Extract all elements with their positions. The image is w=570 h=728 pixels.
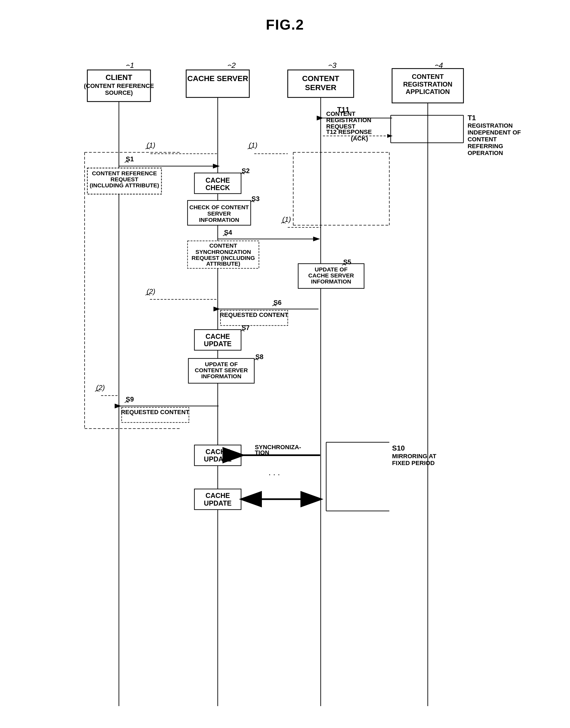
- svg-text:CACHE: CACHE: [206, 448, 230, 456]
- svg-text:CONTENT: CONTENT: [302, 74, 339, 83]
- svg-text:CONTENT: CONTENT: [326, 111, 355, 117]
- svg-text:UPDATE: UPDATE: [204, 499, 232, 507]
- svg-text:CACHE SERVER: CACHE SERVER: [187, 74, 248, 83]
- svg-text:CONTENT SERVER: CONTENT SERVER: [195, 367, 248, 373]
- svg-text:(CONTENT REFERENCE: (CONTENT REFERENCE: [84, 82, 154, 89]
- svg-text:MIRRORING AT: MIRRORING AT: [392, 453, 437, 460]
- svg-text:SERVER: SERVER: [208, 210, 231, 217]
- svg-text:REQUESTED CONTENT: REQUESTED CONTENT: [121, 409, 190, 415]
- svg-text:REFERRING: REFERRING: [468, 143, 503, 150]
- svg-text:SYNCHRONIZA-: SYNCHRONIZA-: [255, 444, 301, 450]
- svg-text:CACHE: CACHE: [206, 492, 230, 499]
- svg-text:REQUESTED CONTENT: REQUESTED CONTENT: [220, 312, 288, 318]
- svg-text:INFORMATION: INFORMATION: [311, 278, 351, 285]
- svg-text:(2): (2): [147, 287, 156, 296]
- svg-text:1: 1: [130, 61, 134, 69]
- svg-text:(1): (1): [147, 141, 156, 149]
- svg-text:SOURCE): SOURCE): [105, 89, 133, 96]
- svg-text:(2): (2): [96, 383, 105, 392]
- svg-text:CONTENT: CONTENT: [209, 242, 237, 249]
- svg-rect-111: [194, 489, 241, 510]
- svg-text:OPERATION: OPERATION: [468, 150, 503, 156]
- svg-text:TION: TION: [255, 449, 269, 456]
- svg-rect-18: [288, 70, 354, 97]
- svg-rect-12: [87, 70, 151, 101]
- svg-rect-80: [221, 310, 288, 325]
- svg-rect-82: [194, 330, 241, 350]
- svg-rect-71: [298, 264, 364, 289]
- svg-rect-104: [194, 445, 241, 466]
- svg-rect-86: [188, 359, 254, 383]
- svg-text:CACHE SERVER: CACHE SERVER: [308, 272, 354, 279]
- svg-text:S7: S7: [242, 324, 250, 331]
- svg-rect-49: [87, 168, 162, 194]
- svg-text:REQUEST (INCLUDING: REQUEST (INCLUDING: [192, 255, 255, 261]
- svg-rect-66: [188, 241, 259, 268]
- svg-text:REQUEST: REQUEST: [110, 176, 138, 182]
- svg-text:INFORMATION: INFORMATION: [201, 373, 241, 379]
- svg-rect-95: [122, 407, 189, 422]
- svg-rect-57: [188, 200, 251, 225]
- svg-text:(ACK): (ACK): [351, 135, 368, 142]
- svg-text:SERVER: SERVER: [305, 83, 336, 92]
- svg-text:T11: T11: [337, 106, 349, 114]
- svg-rect-53: [194, 173, 241, 194]
- svg-text:CONTENT: CONTENT: [468, 136, 497, 143]
- svg-text:FIXED PERIOD: FIXED PERIOD: [392, 460, 435, 467]
- svg-text:CHECK: CHECK: [206, 184, 230, 191]
- svg-text:REGISTRATION: REGISTRATION: [326, 117, 371, 124]
- svg-rect-21: [392, 68, 464, 103]
- svg-text:CHECK OF CONTENT: CHECK OF CONTENT: [189, 204, 249, 210]
- svg-text:APPLICATION: APPLICATION: [406, 88, 450, 95]
- svg-text:INDEPENDENT OF: INDEPENDENT OF: [468, 129, 521, 136]
- svg-text:(1): (1): [249, 141, 258, 149]
- svg-text:S9: S9: [126, 395, 134, 403]
- svg-text:(INCLUDING ATTRIBUTE): (INCLUDING ATTRIBUTE): [90, 182, 159, 188]
- page-title: FIG.2: [0, 0, 570, 33]
- svg-text:CONTENT: CONTENT: [412, 73, 444, 80]
- svg-text:S2: S2: [242, 167, 250, 174]
- svg-text:REGISTRATION: REGISTRATION: [403, 80, 452, 88]
- svg-text:CONTENT REFERENCE: CONTENT REFERENCE: [92, 170, 157, 176]
- svg-text:S10: S10: [392, 444, 405, 452]
- svg-text:T1: T1: [468, 114, 476, 122]
- svg-text:S6: S6: [273, 299, 281, 306]
- svg-text:S1: S1: [126, 155, 134, 163]
- svg-text:CACHE: CACHE: [206, 176, 230, 184]
- svg-rect-16: [186, 70, 249, 97]
- svg-text:REGISTRATION: REGISTRATION: [468, 122, 513, 129]
- svg-text:S3: S3: [252, 195, 259, 202]
- svg-text:S8: S8: [255, 353, 263, 360]
- svg-text:3: 3: [332, 61, 337, 69]
- svg-text:T12 RESPONSE: T12 RESPONSE: [326, 129, 372, 135]
- svg-text:2: 2: [231, 61, 236, 69]
- svg-text:CLIENT: CLIENT: [106, 73, 132, 81]
- svg-text:SYNCHRONIZATION: SYNCHRONIZATION: [195, 249, 251, 255]
- svg-text:S5: S5: [343, 258, 351, 266]
- svg-text:CACHE: CACHE: [206, 333, 230, 340]
- svg-text:4: 4: [439, 61, 443, 69]
- svg-text:. . .: . . .: [268, 468, 280, 477]
- svg-text:(1): (1): [282, 215, 291, 223]
- svg-text:INFORMATION: INFORMATION: [199, 217, 239, 223]
- svg-text:UPDATE OF: UPDATE OF: [205, 361, 238, 367]
- svg-text:UPDATE: UPDATE: [204, 340, 232, 348]
- svg-text:UPDATE: UPDATE: [204, 455, 232, 463]
- svg-text:ATTRIBUTE): ATTRIBUTE): [206, 260, 240, 267]
- svg-text:REQUEST: REQUEST: [326, 123, 355, 130]
- svg-text:UPDATE OF: UPDATE OF: [315, 266, 347, 272]
- svg-text:S4: S4: [224, 229, 232, 236]
